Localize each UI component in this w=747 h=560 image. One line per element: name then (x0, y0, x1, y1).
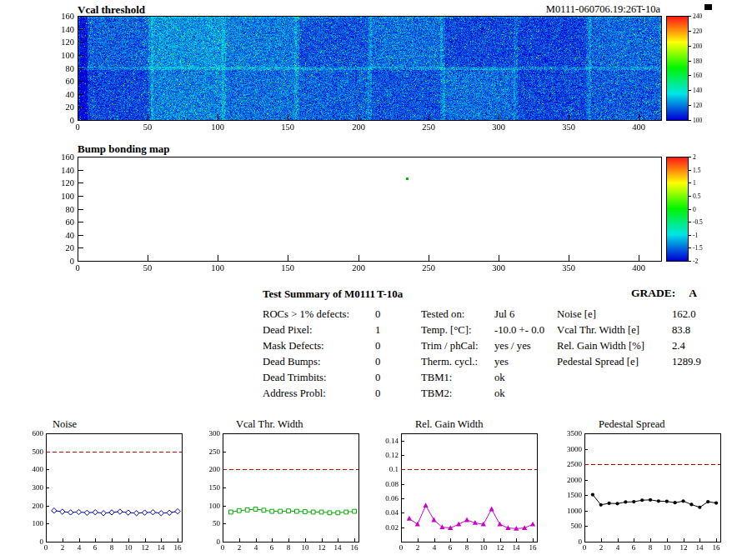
result-value: 83.8 (672, 322, 690, 338)
summary-subtitle: T-10a (377, 288, 403, 301)
summary-row: Address Probl:0 (263, 386, 380, 402)
condition-value: ok (494, 386, 505, 402)
result-label: Rel. Gain Width [%] (557, 338, 672, 354)
condition-label: TBM1: (421, 370, 494, 386)
defects-column: ROCs > 1% defects:0 Dead Pixel:1 Mask De… (263, 307, 380, 402)
grade-badge: GRADE:A (631, 287, 697, 300)
defect-label: Dead Bumps: (263, 354, 375, 370)
summary-row: Temp. [°C]:-10.0 +- 0.0 (421, 322, 544, 338)
summary-row: ROCs > 1% defects:0 (263, 307, 380, 322)
results-column: Noise [e]162.0 Vcal Thr. Width [e]83.8 R… (557, 307, 701, 370)
summary-row: Dead Pixel:1 (263, 322, 380, 338)
summary-row: TBM1:ok (421, 370, 544, 386)
result-label: Noise [e] (557, 307, 672, 322)
defect-value: 0 (375, 307, 380, 322)
result-label: Pedestal Spread [e] (557, 354, 672, 370)
condition-label: Trim / phCal: (421, 338, 494, 354)
condition-label: Tested on: (421, 307, 494, 322)
condition-label: Temp. [°C]: (421, 322, 494, 338)
condition-value: ok (494, 370, 505, 386)
defect-label: Address Probl: (263, 386, 375, 402)
corner-marker (704, 4, 712, 10)
vcal-threshold-colorbar (666, 12, 719, 137)
grade-value: A (689, 287, 697, 299)
defect-value: 1 (375, 322, 380, 338)
noise-chart (14, 427, 185, 556)
defect-value: 0 (375, 370, 380, 386)
condition-value: -10.0 +- 0.0 (494, 322, 544, 338)
result-value: 2.4 (672, 338, 685, 354)
defect-label: Mask Defects: (263, 338, 375, 354)
condition-value: Jul 6 (494, 307, 514, 322)
result-value: 1289.9 (672, 354, 701, 370)
condition-value: yes / yes (494, 338, 531, 354)
grade-label: GRADE: (631, 287, 675, 299)
summary-row: Dead Bumps:0 (263, 354, 380, 370)
module-test-report: Vcal threshold M0111-060706.19:26T-10a B… (0, 0, 747, 560)
summary-row: Dead Trimbits:0 (263, 370, 380, 386)
summary-row: Mask Defects:0 (263, 338, 380, 354)
conditions-column: Tested on:Jul 6 Temp. [°C]:-10.0 +- 0.0 … (421, 307, 544, 402)
summary-row: Vcal Thr. Width [e]83.8 (557, 322, 701, 338)
summary-row: Noise [e]162.0 (557, 307, 701, 322)
vcal-threshold-heatmap (48, 12, 664, 137)
result-value: 162.0 (672, 307, 696, 322)
condition-value: yes (494, 354, 509, 370)
condition-label: TBM2: (421, 386, 494, 402)
rel-gain-chart (369, 427, 540, 556)
defect-label: Dead Trimbits: (263, 370, 375, 386)
summary-row: Trim / phCal:yes / yes (421, 338, 544, 354)
pedestal-chart (553, 427, 724, 556)
summary-title: Test Summary of M0111 (263, 288, 375, 301)
condition-label: Therm. cycl.: (421, 354, 494, 370)
defect-value: 0 (375, 386, 380, 402)
summary-row: TBM2:ok (421, 386, 544, 402)
defect-label: ROCs > 1% defects: (263, 307, 375, 322)
summary-row: Therm. cycl.:yes (421, 354, 544, 370)
defect-value: 0 (375, 338, 380, 354)
defect-value: 0 (375, 354, 380, 370)
summary-row: Tested on:Jul 6 (421, 307, 544, 322)
summary-row: Pedestal Spread [e]1289.9 (557, 354, 701, 370)
vcal-width-chart (191, 427, 362, 556)
bump-bonding-heatmap (48, 152, 664, 278)
defect-label: Dead Pixel: (263, 322, 375, 338)
summary-row: Rel. Gain Width [%]2.4 (557, 338, 701, 354)
result-label: Vcal Thr. Width [e] (557, 322, 672, 338)
bump-bonding-colorbar (666, 152, 719, 278)
